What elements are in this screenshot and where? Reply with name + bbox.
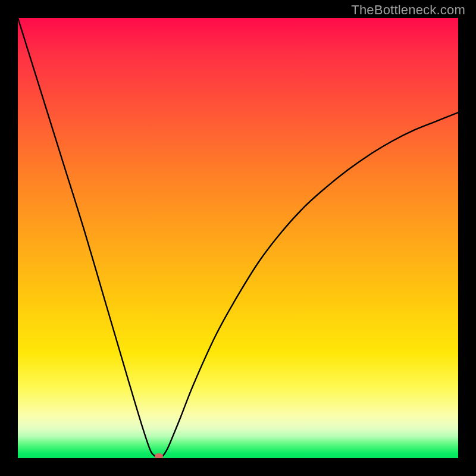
watermark-text: TheBottleneck.com xyxy=(351,2,465,18)
bottleneck-curve xyxy=(18,18,458,458)
optimal-point-marker xyxy=(155,453,163,459)
chart-frame: TheBottleneck.com xyxy=(0,0,476,476)
plot-area xyxy=(18,18,458,458)
